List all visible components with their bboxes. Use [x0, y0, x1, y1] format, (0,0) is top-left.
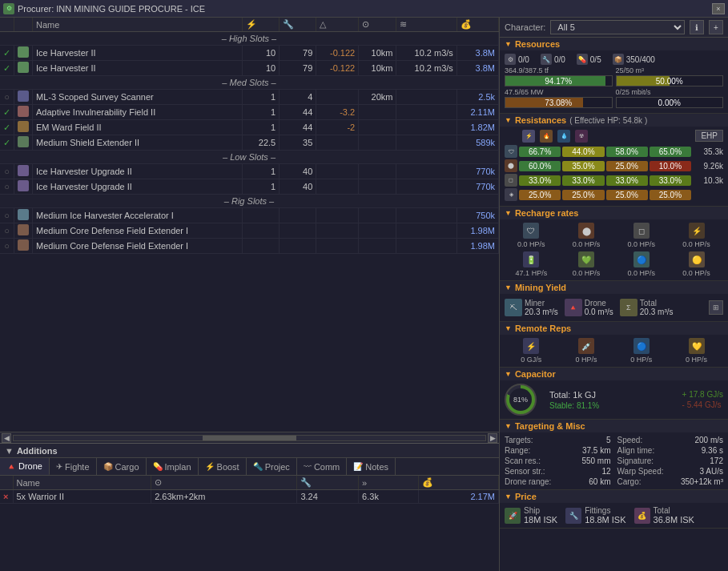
character-add-btn[interactable]: + — [709, 20, 723, 34]
hull-res-icon: ◻ — [505, 174, 517, 187]
resource-bars-2: 47.5/65 MW 73.08% 0/25 mbit/s 0.00% — [505, 88, 723, 110]
row-icon — [14, 61, 33, 76]
additions-tab-projector[interactable]: 🔦Projec — [247, 458, 297, 475]
price-title[interactable]: ▼ Price — [500, 490, 728, 503]
recharge-title[interactable]: ▼ Recharge rates — [500, 207, 728, 219]
additions-tab-implant[interactable]: 💊Implan — [147, 458, 199, 475]
additions-tab-drone[interactable]: 🔺Drone — [0, 458, 50, 475]
table-row[interactable]: ✓ Medium Shield Extender II 22.5 35 589k — [0, 135, 499, 151]
armor-explosive-badge: 10.0% — [650, 161, 691, 171]
row-rate — [396, 90, 457, 105]
remote-hull-val: 0 HP/s — [686, 356, 707, 364]
hull-em-badge: 33.0% — [519, 175, 561, 186]
left-panel: Name ⚡ 🔧 △ ⊙ ≋ 💰 – High Slots – ✓ Ice Ha… — [0, 18, 500, 571]
app-icon: ⚙ — [3, 3, 14, 14]
list-item[interactable]: × 5x Warrior II 2.63km+2km 3.24 6.3k 2.1… — [0, 490, 499, 504]
additions-tab-command[interactable]: 〰Comm — [297, 458, 347, 475]
targeting-item: Drone range: 60 km — [505, 477, 611, 486]
ship-price-info: Ship 18M ISK — [524, 506, 557, 525]
row-name: Medium Shield Extender II — [33, 135, 243, 151]
row-price: 1.98M — [457, 223, 498, 239]
row-name: Adaptive Invulnerability Field II — [33, 105, 243, 120]
resources-title[interactable]: ▼ Resources — [500, 38, 728, 50]
tab-icon-cargo: 📦 — [103, 462, 113, 471]
row-pw: 10 — [243, 61, 280, 76]
character-select[interactable]: All 5 — [550, 20, 685, 34]
col-header-rate: ≋ — [396, 18, 457, 32]
row-icon — [14, 105, 33, 120]
table-row[interactable]: ○ Medium Core Defense Field Extender I 1… — [0, 223, 499, 239]
row-name: Ice Harvester II — [33, 46, 243, 61]
additions-tab-boost[interactable]: ⚡Boost — [199, 458, 247, 475]
horizontal-scrollbar[interactable]: ◀ ▶ — [0, 432, 499, 443]
row-pw: 1 — [243, 164, 280, 179]
res4-thermal: 25.0% — [562, 190, 604, 200]
additions-tab-cargo[interactable]: 📦Cargo — [97, 458, 147, 475]
row-name: EM Ward Field II — [33, 120, 243, 135]
table-row[interactable]: ○ Medium Core Defense Field Extender I 1… — [0, 239, 499, 254]
fitting-table-container[interactable]: Name ⚡ 🔧 △ ⊙ ≋ 💰 – High Slots – ✓ Ice Ha… — [0, 18, 499, 432]
table-row[interactable]: ○ Medium Ice Harvester Accelerator I 750… — [0, 208, 499, 223]
shield-total: 35.3k — [693, 147, 723, 156]
table-row[interactable]: ○ Ice Harvester Upgrade II 1 40 770k — [0, 179, 499, 195]
table-row[interactable]: ○ ML-3 Scoped Survey Scanner 1 4 20km 2.… — [0, 90, 499, 105]
targeting-item-val: 5 — [606, 436, 611, 444]
total-mine-info: Total 20.3 m³/s — [640, 299, 674, 316]
additions-table: Name ⊙ 🔧 » 💰 × 5x Warrior II 2.63km+2km … — [0, 476, 499, 504]
ship-price-label: Ship — [524, 506, 557, 515]
remote-reps-body: ⚡ 0 GJ/s 💉 0 HP/s 🔵 0 HP/s 💛 0 HP/s — [500, 335, 728, 367]
total-price-item: 💰 Total 36.8M ISK — [634, 506, 694, 525]
additions-tab-fighter[interactable]: ✈Fighte — [50, 458, 97, 475]
col-header-price: 💰 — [457, 18, 498, 32]
row-cpu: 44 — [280, 120, 316, 135]
remove-drone-btn[interactable]: × — [0, 490, 13, 504]
miner-icon: ⛏ — [505, 299, 522, 316]
ehp-button[interactable]: EHP — [695, 130, 723, 142]
close-button[interactable]: × — [712, 3, 725, 14]
recharge-icon-1: 🛡 — [523, 223, 539, 239]
drone-mine-item: 🔺 Drone 0.0 m³/s — [565, 299, 613, 316]
scroll-thumb[interactable] — [203, 436, 297, 440]
table-row[interactable]: ✓ Ice Harvester II 10 79 -0.122 10km 10.… — [0, 61, 499, 76]
hull-kinetic-badge: 33.0% — [606, 175, 648, 186]
row-price: 1.98M — [457, 239, 498, 254]
resistances-title[interactable]: ▼ Resistances ( Effective HP: 54.8k ) — [500, 114, 728, 127]
total-mine-icon: Σ — [620, 299, 638, 316]
row-price: 589k — [457, 135, 498, 151]
targeting-title[interactable]: ▼ Targeting & Misc — [500, 420, 728, 432]
remote-reps-title[interactable]: ▼ Remote Reps — [500, 322, 728, 335]
drone-speed: 3.24 — [297, 490, 359, 504]
mining-yield-title[interactable]: ▼ Mining Yield — [500, 281, 728, 294]
mw-bar-text: 73.08% — [505, 98, 612, 108]
row-status: ✓ — [0, 120, 14, 135]
additions-content[interactable]: Name ⊙ 🔧 » 💰 × 5x Warrior II 2.63km+2km … — [0, 476, 499, 571]
mine-expand-btn[interactable]: ⊞ — [709, 300, 723, 315]
capacitor-title[interactable]: ▼ Capacitor — [500, 368, 728, 380]
recharge-label: Recharge rates — [515, 208, 579, 218]
scroll-track[interactable] — [13, 435, 486, 441]
capacitor-section: ▼ Capacitor 81% Total: 1k GJ Stable: 81.… — [500, 368, 728, 420]
total-price-val: 36.8M ISK — [654, 515, 694, 525]
section-header-Med_Slots: – Med Slots – — [0, 76, 499, 90]
table-row[interactable]: ○ Ice Harvester Upgrade II 1 40 770k — [0, 164, 499, 179]
scroll-left-btn[interactable]: ◀ — [2, 433, 11, 443]
table-row[interactable]: ✓ Adaptive Invulnerability Field II 1 44… — [0, 105, 499, 120]
tab-icon-notes: 📝 — [353, 462, 363, 471]
pg-icon: 🔧 — [541, 54, 552, 65]
recharge-icon-2-2: 💚 — [578, 251, 594, 267]
mine-detail-button[interactable]: ⊞ — [709, 300, 723, 315]
row-status: ○ — [0, 164, 14, 179]
additions-collapse-arrow[interactable]: ▼ — [5, 446, 14, 456]
additions-tab-notes[interactable]: 📝Notes — [347, 458, 396, 475]
fittings-price-icon: 🔧 — [565, 508, 581, 524]
table-row[interactable]: ✓ EM Ward Field II 1 44 -2 1.82M — [0, 120, 499, 135]
res-row-4: ◈ 25.0% 25.0% 25.0% 25.0% — [505, 188, 723, 201]
capacitor-label: Capacitor — [515, 369, 556, 379]
slot-icon: 💊 — [577, 54, 588, 65]
character-info-btn[interactable]: ℹ — [690, 20, 704, 34]
additions-tabs: 🔺Drone✈Fighte📦Cargo💊Implan⚡Boost🔦Projec〰… — [0, 458, 499, 476]
scroll-right-btn[interactable]: ▶ — [488, 433, 497, 443]
row-icon — [14, 90, 33, 105]
table-row[interactable]: ✓ Ice Harvester II 10 79 -0.122 10km 10.… — [0, 46, 499, 61]
drone-range: 2.63km+2km — [151, 490, 297, 504]
